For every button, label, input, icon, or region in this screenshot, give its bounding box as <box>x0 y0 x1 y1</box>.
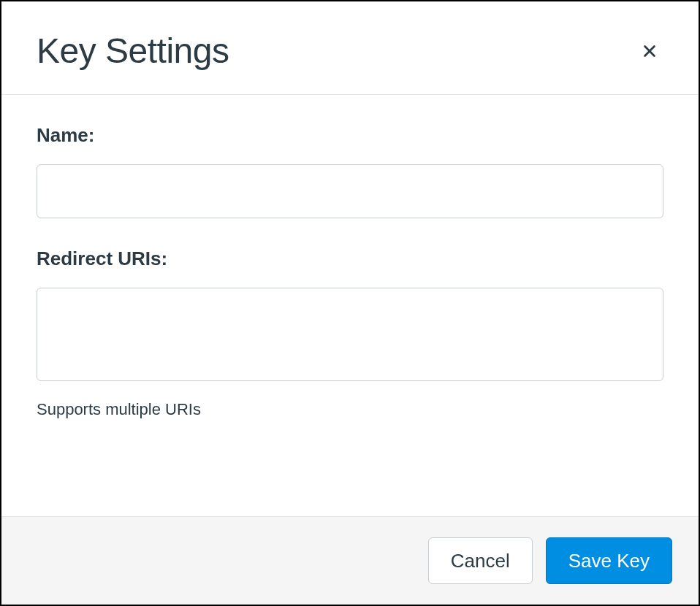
modal-body: Name: Redirect URIs: Supports multiple U… <box>1 95 699 516</box>
modal-title: Key Settings <box>37 31 229 71</box>
redirect-field-group: Redirect URIs: Supports multiple URIs <box>37 248 663 419</box>
redirect-label: Redirect URIs: <box>37 248 663 270</box>
redirect-input[interactable] <box>37 288 663 381</box>
name-field-group: Name: <box>37 124 663 218</box>
modal-header: Key Settings <box>1 1 699 95</box>
modal-footer: Cancel Save Key <box>1 516 699 605</box>
cancel-button[interactable]: Cancel <box>428 537 533 584</box>
name-label: Name: <box>37 124 663 147</box>
close-icon <box>642 43 658 59</box>
save-button[interactable]: Save Key <box>546 537 672 584</box>
close-button[interactable] <box>636 37 663 65</box>
redirect-help-text: Supports multiple URIs <box>37 400 663 419</box>
name-input[interactable] <box>37 164 663 218</box>
